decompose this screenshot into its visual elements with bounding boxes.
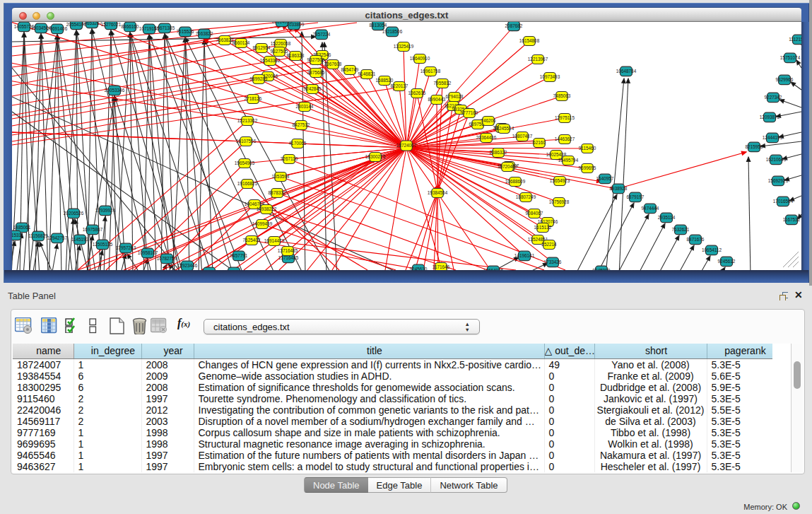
svg-text:9146821: 9146821	[358, 71, 376, 76]
svg-text:1588520: 1588520	[376, 78, 394, 83]
svg-text:9245990: 9245990	[593, 268, 611, 270]
svg-text:16975867: 16975867	[83, 227, 103, 232]
svg-text:7485063: 7485063	[553, 93, 571, 98]
svg-text:14099459: 14099459	[252, 221, 273, 226]
svg-text:16961758: 16961758	[420, 69, 441, 74]
svg-text:12505135: 12505135	[93, 242, 113, 247]
svg-text:7625402: 7625402	[243, 238, 261, 243]
svg-text:16782759: 16782759	[157, 256, 177, 261]
svg-text:7955812: 7955812	[434, 81, 452, 86]
svg-text:2087682: 2087682	[505, 23, 523, 28]
svg-text:18640910: 18640910	[410, 56, 430, 61]
svg-text:12444195: 12444195	[763, 135, 783, 140]
svg-text:14463627: 14463627	[555, 136, 575, 141]
svg-text:15692921: 15692921	[768, 178, 789, 183]
svg-text:10654112: 10654112	[702, 247, 722, 252]
svg-text:9699695: 9699695	[579, 165, 596, 170]
svg-text:11121504: 11121504	[789, 37, 801, 42]
svg-text:9245612: 9245612	[718, 259, 736, 264]
svg-text:9242845: 9242845	[304, 86, 322, 91]
svg-text:10671385: 10671385	[155, 25, 175, 30]
svg-text:1615132: 1615132	[534, 225, 552, 230]
svg-text:8466160: 8466160	[122, 24, 139, 29]
svg-text:8186328: 8186328	[287, 53, 305, 58]
svg-text:20053346: 20053346	[105, 88, 125, 93]
svg-text:9457791: 9457791	[230, 253, 248, 258]
svg-text:2386322: 2386322	[490, 150, 507, 155]
svg-text:4170065: 4170065	[289, 141, 307, 146]
svg-text:9465546: 9465546	[201, 269, 218, 270]
svg-text:14196141: 14196141	[514, 253, 535, 258]
svg-text:10958107: 10958107	[138, 250, 158, 255]
svg-text:20364436: 20364436	[476, 135, 497, 140]
svg-text:1171646: 1171646	[433, 264, 450, 269]
svg-text:17016504: 17016504	[773, 199, 794, 204]
svg-text:10648784: 10648784	[616, 69, 637, 74]
svg-text:2367608: 2367608	[324, 62, 342, 66]
svg-text:9329966: 9329966	[776, 77, 794, 82]
svg-text:10973493: 10973493	[540, 74, 560, 79]
svg-text:12975115: 12975115	[555, 115, 575, 120]
svg-text:7632621: 7632621	[672, 227, 690, 232]
svg-text:13716485: 13716485	[278, 248, 298, 253]
svg-text:9327505: 9327505	[307, 57, 325, 62]
svg-text:15751074: 15751074	[780, 55, 801, 60]
svg-text:19654965: 19654965	[235, 160, 255, 165]
svg-text:9474444: 9474444	[642, 206, 659, 211]
svg-text:8912954: 8912954	[253, 45, 271, 50]
svg-text:9327505: 9327505	[271, 49, 288, 54]
svg-text:13325419: 13325419	[394, 44, 414, 49]
svg-text:1733426: 1733426	[544, 259, 562, 264]
svg-text:8990443: 8990443	[428, 97, 446, 102]
svg-text:252214: 252214	[541, 242, 557, 247]
svg-text:17957263: 17957263	[116, 245, 136, 250]
svg-text:1485061: 1485061	[13, 225, 31, 230]
svg-text:18245514: 18245514	[494, 126, 514, 131]
svg-text:6794028: 6794028	[446, 94, 464, 99]
svg-text:7663822: 7663822	[196, 31, 213, 36]
svg-text:16107556: 16107556	[236, 139, 257, 144]
svg-text:1640957: 1640957	[596, 176, 614, 181]
svg-text:2718126: 2718126	[245, 96, 262, 101]
svg-text:13654923: 13654923	[550, 178, 570, 183]
svg-text:12213967: 12213967	[528, 57, 548, 62]
svg-text:17939924: 17939924	[95, 208, 116, 213]
svg-text:20691406: 20691406	[47, 26, 68, 31]
svg-text:15276021: 15276021	[101, 22, 122, 27]
svg-text:16914479: 16914479	[264, 238, 285, 243]
svg-text:12923446: 12923446	[177, 263, 198, 268]
svg-text:13716485: 13716485	[278, 255, 299, 260]
svg-text:19384554: 19384554	[428, 190, 448, 195]
svg-text:7663822: 7663822	[216, 37, 234, 42]
svg-text:9115460: 9115460	[579, 146, 596, 151]
svg-text:10688609: 10688609	[505, 179, 526, 184]
svg-text:10807487: 10807487	[512, 134, 533, 139]
svg-text:13664035: 13664035	[483, 268, 504, 270]
svg-text:9084067: 9084067	[526, 211, 543, 216]
svg-text:20614099: 20614099	[272, 22, 293, 24]
svg-text:3915311: 3915311	[12, 233, 24, 238]
svg-text:8813054: 8813054	[370, 23, 387, 28]
svg-text:10756928: 10756928	[549, 199, 570, 204]
svg-text:15226058: 15226058	[271, 41, 291, 46]
svg-text:19166825: 19166825	[237, 181, 258, 186]
svg-text:6879197: 6879197	[627, 194, 645, 199]
svg-text:9227342: 9227342	[765, 95, 782, 100]
svg-text:3267110: 3267110	[281, 156, 298, 161]
svg-text:8215958: 8215958	[746, 144, 763, 149]
svg-text:8660124: 8660124	[233, 40, 250, 45]
svg-text:746206: 746206	[481, 118, 496, 123]
svg-text:12093872: 12093872	[760, 115, 780, 119]
svg-text:1362615: 1362615	[408, 90, 426, 95]
svg-text:1145193: 1145193	[71, 237, 89, 242]
svg-text:3875685: 3875685	[307, 70, 325, 75]
svg-text:9245610: 9245610	[410, 267, 428, 270]
svg-text:16210643: 16210643	[766, 157, 787, 162]
svg-text:8220137: 8220137	[391, 83, 408, 88]
svg-text:1167532: 1167532	[783, 217, 801, 222]
svg-text:19218506: 19218506	[382, 29, 403, 34]
svg-text:18807249: 18807249	[516, 194, 536, 199]
svg-text:18300275: 18300275	[365, 154, 386, 159]
svg-text:8938928: 8938928	[610, 186, 628, 191]
svg-text:11156829: 11156829	[28, 233, 48, 238]
